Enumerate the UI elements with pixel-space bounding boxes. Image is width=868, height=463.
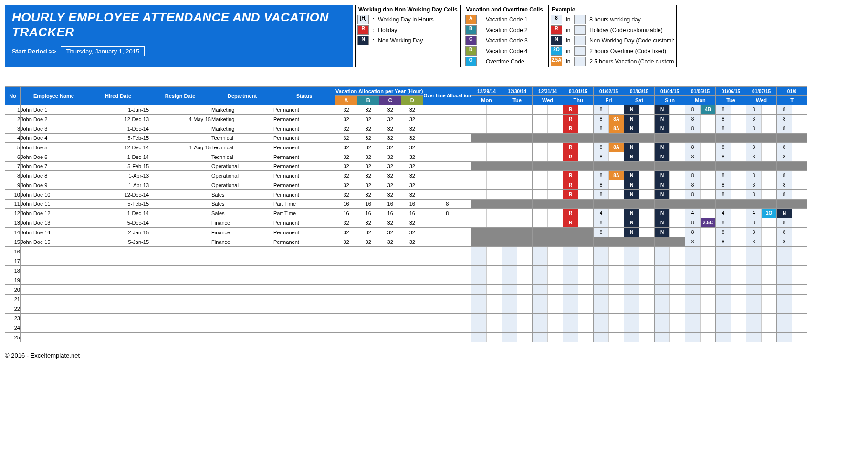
cell-cal[interactable]: 8: [746, 115, 777, 124]
cell-alloc[interactable]: 32: [335, 228, 357, 237]
cell-cal[interactable]: [471, 180, 502, 190]
cell-cal-grey[interactable]: [533, 200, 563, 209]
cell-cal[interactable]: 8: [594, 180, 624, 190]
cell-no[interactable]: 8: [5, 171, 21, 180]
cell-cal[interactable]: 4: [594, 209, 624, 218]
cell-alloc[interactable]: 32: [357, 124, 379, 134]
cell-cal[interactable]: 8: [594, 190, 624, 200]
cell-alloc[interactable]: 16: [401, 200, 423, 209]
cell-cal[interactable]: [533, 171, 563, 180]
cell-alloc[interactable]: 32: [335, 180, 357, 190]
cell-status[interactable]: Part Time: [273, 209, 335, 218]
cell-ot[interactable]: [423, 162, 471, 171]
cell-cal-grey[interactable]: [563, 200, 594, 209]
employee-row[interactable]: 1John Doe 11-Jan-15MarketingPermanent323…: [5, 105, 807, 115]
cell-cal[interactable]: N: [777, 209, 807, 218]
cell-cal[interactable]: [471, 115, 502, 124]
cell-cal-grey[interactable]: [502, 162, 533, 171]
cell-name[interactable]: John Doe 3: [21, 124, 87, 134]
cell-alloc[interactable]: 32: [401, 171, 423, 180]
cell-cal[interactable]: 8: [685, 237, 716, 247]
cell-cal[interactable]: 88A: [594, 124, 624, 134]
cell-cal[interactable]: 8: [777, 190, 807, 200]
cell-cal[interactable]: 88A: [594, 171, 624, 180]
cell-cal-grey[interactable]: [716, 162, 746, 171]
cell-dept[interactable]: Marketing: [211, 105, 273, 115]
cell-alloc[interactable]: 32: [357, 162, 379, 171]
cell-cal[interactable]: [533, 143, 563, 152]
cell-hired[interactable]: 5-Feb-15: [87, 134, 149, 143]
cell-cal[interactable]: 8: [746, 152, 777, 162]
employee-row[interactable]: 6John Doe 61-Dec-14TechnicalPermanent323…: [5, 152, 807, 162]
cell-cal[interactable]: N: [624, 190, 655, 200]
cell-alloc[interactable]: 32: [357, 218, 379, 228]
cell-cal[interactable]: R: [563, 152, 594, 162]
cell-ot[interactable]: [423, 124, 471, 134]
cell-ot[interactable]: [423, 218, 471, 228]
cell-cal[interactable]: N: [624, 152, 655, 162]
cell-cal[interactable]: 8: [746, 190, 777, 200]
cell-cal-grey[interactable]: [502, 228, 533, 237]
cell-cal[interactable]: 8: [777, 237, 807, 247]
cell-cal[interactable]: [502, 152, 533, 162]
cell-cal-grey[interactable]: [563, 134, 594, 143]
cell-cal[interactable]: [471, 105, 502, 115]
cell-cal-grey[interactable]: [655, 200, 685, 209]
cell-ot[interactable]: [423, 171, 471, 180]
cell-cal[interactable]: N: [624, 143, 655, 152]
cell-cal[interactable]: 8: [746, 143, 777, 152]
cell-cal[interactable]: [502, 190, 533, 200]
cell-cal[interactable]: 8: [746, 105, 777, 115]
cell-alloc[interactable]: 32: [335, 134, 357, 143]
cell-no[interactable]: 2: [5, 115, 21, 124]
cell-cal[interactable]: [502, 124, 533, 134]
cell-cal[interactable]: R: [563, 190, 594, 200]
cell-resign[interactable]: [149, 180, 211, 190]
cell-status[interactable]: Permanent: [273, 171, 335, 180]
cell-cal[interactable]: N: [655, 190, 685, 200]
cell-alloc[interactable]: 16: [379, 209, 401, 218]
cell-cal[interactable]: [533, 209, 563, 218]
cell-cal[interactable]: 8: [716, 171, 746, 180]
cell-dept[interactable]: Sales: [211, 190, 273, 200]
cell-cal[interactable]: R: [563, 180, 594, 190]
employee-row[interactable]: 11John Doe 115-Feb-15SalesPart Time16161…: [5, 200, 807, 209]
cell-dept[interactable]: Technical: [211, 152, 273, 162]
cell-alloc[interactable]: 32: [335, 105, 357, 115]
employee-row[interactable]: 9John Doe 91-Apr-13OperationalPermanent3…: [5, 180, 807, 190]
cell-name[interactable]: John Doe 6: [21, 152, 87, 162]
cell-alloc[interactable]: 32: [379, 162, 401, 171]
cell-cal[interactable]: [533, 152, 563, 162]
cell-cal-grey[interactable]: [746, 134, 777, 143]
cell-cal-grey[interactable]: [777, 134, 807, 143]
cell-cal[interactable]: R: [563, 209, 594, 218]
cell-no[interactable]: 5: [5, 143, 21, 152]
cell-cal[interactable]: 88A: [594, 115, 624, 124]
cell-cal[interactable]: N: [624, 180, 655, 190]
cell-cal-grey[interactable]: [716, 134, 746, 143]
cell-resign[interactable]: [149, 152, 211, 162]
cell-no[interactable]: 12: [5, 209, 21, 218]
cell-cal[interactable]: 8: [746, 237, 777, 247]
cell-alloc[interactable]: 32: [335, 237, 357, 247]
cell-cal[interactable]: N: [655, 124, 685, 134]
cell-alloc[interactable]: 32: [357, 152, 379, 162]
empty-row[interactable]: 25: [5, 333, 807, 342]
cell-name[interactable]: John Doe 10: [21, 190, 87, 200]
cell-no[interactable]: 15: [5, 237, 21, 247]
cell-resign[interactable]: [149, 171, 211, 180]
cell-alloc[interactable]: 32: [357, 190, 379, 200]
cell-status[interactable]: Permanent: [273, 180, 335, 190]
cell-alloc[interactable]: 16: [401, 209, 423, 218]
cell-alloc[interactable]: 32: [379, 180, 401, 190]
empty-row[interactable]: 24: [5, 323, 807, 333]
cell-status[interactable]: Permanent: [273, 237, 335, 247]
cell-cal[interactable]: [502, 171, 533, 180]
cell-cal[interactable]: 8: [746, 180, 777, 190]
cell-resign[interactable]: 1-Aug-15: [149, 143, 211, 152]
cell-alloc[interactable]: 32: [335, 115, 357, 124]
attendance-grid[interactable]: NoEmployee NameHired DateResign DateDepa…: [5, 86, 807, 342]
cell-resign[interactable]: [149, 134, 211, 143]
cell-cal[interactable]: [502, 218, 533, 228]
cell-alloc[interactable]: 32: [401, 162, 423, 171]
